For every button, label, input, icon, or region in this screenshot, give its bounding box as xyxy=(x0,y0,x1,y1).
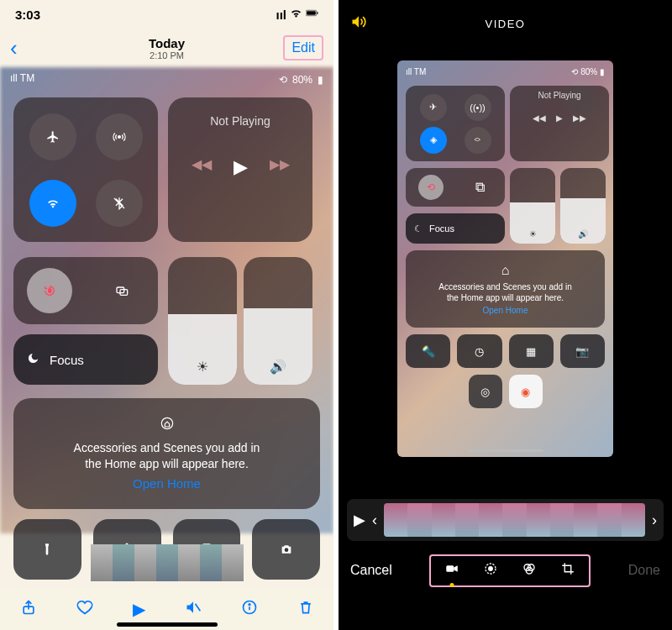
mini-mirroring-icon: ⧉ xyxy=(455,168,505,207)
svg-point-23 xyxy=(249,603,250,605)
cc-battery-icon: ▮ xyxy=(318,74,323,86)
cellular-data-toggle[interactable] xyxy=(96,113,143,160)
brightness-slider[interactable]: ☀ xyxy=(168,257,237,385)
focus-label: Focus xyxy=(50,353,84,367)
mini-screen-record-icon: ◎ xyxy=(469,375,502,408)
mini-battery-pct: 80% xyxy=(580,67,597,76)
mini-focus-label: Focus xyxy=(429,223,454,234)
mini-moon-icon: ☾ xyxy=(414,223,423,234)
battery-icon xyxy=(306,7,318,22)
speaker-icon: 🔊 xyxy=(270,359,286,375)
svg-point-26 xyxy=(489,566,493,570)
mini-home-icon: ⌂ xyxy=(501,263,510,278)
mute-button[interactable] xyxy=(185,599,202,620)
cc-status-bar: ıll TM ⟲ 80% ▮ xyxy=(0,67,333,92)
thumbnail[interactable] xyxy=(91,544,113,581)
cc-carrier: TM xyxy=(20,72,34,84)
svg-rect-2 xyxy=(317,12,318,14)
cc-signal-icon: ıll xyxy=(10,72,20,84)
open-home-link[interactable]: Open Home xyxy=(133,476,201,491)
wifi-toggle[interactable] xyxy=(29,180,76,227)
mini-signal-icon: ıll xyxy=(406,67,414,76)
mini-home-text-1: Accessories and Scenes you add in xyxy=(438,281,571,292)
mini-focus-tile: ☾Focus xyxy=(406,213,505,244)
mini-carrier: TM xyxy=(414,67,426,76)
nav-header: ‹ Today 2:10 PM Edit xyxy=(0,29,333,67)
done-button[interactable]: Done xyxy=(628,563,660,578)
photos-app-screen: 3:03 ııl ‹ Today 2:10 PM Edit ıll TM ⟲ 8… xyxy=(0,0,339,630)
cc-battery-pct: 80% xyxy=(292,74,312,86)
mini-utility-row-2: ◎ ◉ xyxy=(406,375,605,408)
svg-line-20 xyxy=(195,603,200,610)
audio-toggle-button[interactable] xyxy=(350,13,367,34)
lock-mirror-tile xyxy=(13,257,158,324)
play-icon[interactable]: ▶ xyxy=(234,156,248,178)
mini-bluetooth-icon: ⌔ xyxy=(465,127,491,154)
header-title: Today xyxy=(149,36,185,50)
thumbnail[interactable] xyxy=(113,544,134,581)
filters-tab[interactable] xyxy=(522,561,537,580)
thumbnail[interactable] xyxy=(200,544,222,581)
media-tile[interactable]: Not Playing ◀◀ ▶ ▶▶ xyxy=(168,97,312,242)
svg-point-8 xyxy=(161,417,172,428)
share-button[interactable] xyxy=(20,599,37,620)
crop-tab[interactable] xyxy=(560,561,575,580)
info-button[interactable] xyxy=(241,599,258,620)
favorite-button[interactable] xyxy=(76,599,93,620)
thumbnail[interactable] xyxy=(178,544,200,581)
forward-icon[interactable]: ▶▶ xyxy=(270,156,290,178)
filmstrip[interactable] xyxy=(384,503,645,537)
mini-play-icon: ▶ xyxy=(556,113,563,123)
volume-slider[interactable]: 🔊 xyxy=(244,257,312,385)
mini-wifi-icon: ◈ xyxy=(420,127,447,154)
edit-header: VIDEO xyxy=(339,0,672,47)
screen-mirroring-button[interactable] xyxy=(86,257,158,324)
video-preview[interactable]: ıll TM ⟲ 80% ▮ Not Playing ◀◀ ▶ ▶▶ xyxy=(0,67,333,533)
cancel-button[interactable]: Cancel xyxy=(350,563,392,578)
mini-timer-icon: ◷ xyxy=(457,334,501,368)
mode-label: VIDEO xyxy=(486,18,526,30)
thumbnail[interactable] xyxy=(134,544,156,581)
mini-cc-status: ıll TM ⟲ 80% ▮ xyxy=(397,67,613,76)
connectivity-tile xyxy=(13,97,158,242)
mini-home-indicator xyxy=(468,449,543,452)
video-edit-screen: VIDEO ıll TM ⟲ 80% ▮ ✈ ((•)) ◈ ⌔ Not Pla… xyxy=(339,0,672,630)
header-title-group: Today 2:10 PM xyxy=(149,36,185,60)
edit-video-preview[interactable]: ıll TM ⟲ 80% ▮ ✈ ((•)) ◈ ⌔ Not Playing ◀… xyxy=(397,60,613,457)
mini-rewind-icon: ◀◀ xyxy=(533,113,546,123)
mini-brightness-slider: ☀ xyxy=(510,168,555,244)
video-scrubber[interactable]: ▶ ‹ › xyxy=(347,499,664,541)
edit-button[interactable]: Edit xyxy=(283,35,323,60)
thumbnail-strip[interactable] xyxy=(0,544,333,581)
mini-lock-tile: ⟲ ⧉ xyxy=(406,168,505,207)
svg-rect-5 xyxy=(49,290,51,292)
mini-volume-slider: 🔊 xyxy=(560,168,606,244)
video-tab[interactable] xyxy=(444,561,459,580)
header-subtitle: 2:10 PM xyxy=(149,50,185,60)
home-tile[interactable]: Accessories and Scenes you add in the Ho… xyxy=(13,398,320,509)
mini-sun-icon: ☀ xyxy=(529,229,537,239)
svg-rect-1 xyxy=(307,11,316,14)
mini-open-home: Open Home xyxy=(483,306,528,315)
trim-handle-right[interactable]: › xyxy=(652,512,657,529)
orientation-lock-button[interactable] xyxy=(27,268,72,313)
scrub-play-button[interactable]: ▶ xyxy=(354,511,365,529)
trim-handle-left[interactable]: ‹ xyxy=(372,512,377,529)
airplane-mode-toggle[interactable] xyxy=(29,113,76,160)
trash-button[interactable] xyxy=(297,599,314,620)
edit-mode-tabs xyxy=(429,554,591,587)
home-icon xyxy=(160,417,174,433)
thumbnail[interactable] xyxy=(222,544,244,581)
mini-calculator-icon: ▦ xyxy=(509,334,554,368)
play-button[interactable]: ▶ xyxy=(133,599,145,619)
home-indicator[interactable] xyxy=(117,622,218,627)
back-button[interactable]: ‹ xyxy=(10,35,18,61)
adjust-tab[interactable] xyxy=(483,561,498,580)
lock-rotation-icon: ⟲ xyxy=(279,74,287,86)
focus-button[interactable]: Focus xyxy=(13,334,158,385)
home-text-1: Accessories and Scenes you add in xyxy=(74,440,260,456)
rewind-icon[interactable]: ◀◀ xyxy=(192,156,212,178)
thumbnail[interactable] xyxy=(156,544,178,581)
bluetooth-toggle[interactable] xyxy=(96,180,143,227)
mini-airplane-icon: ✈ xyxy=(420,94,447,121)
